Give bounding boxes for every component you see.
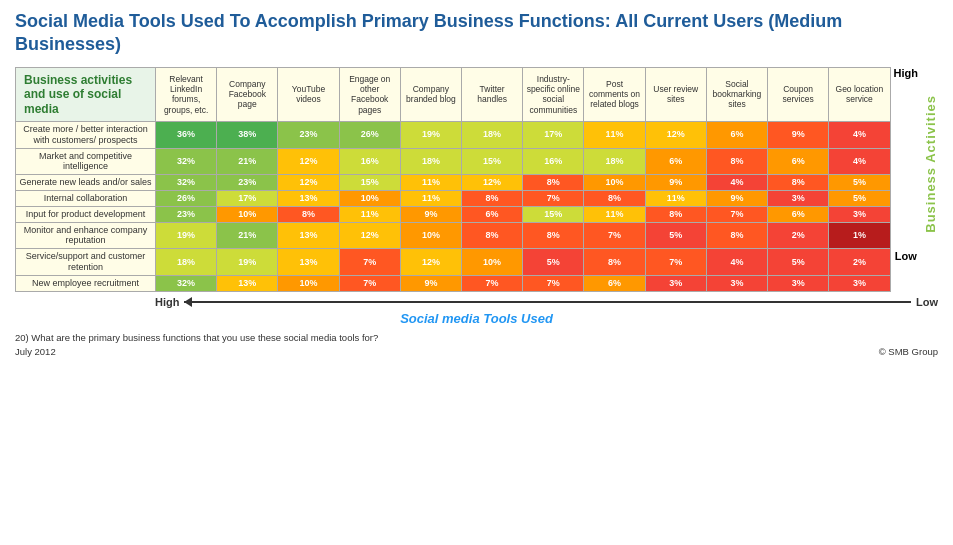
cell-r2-c7: 10% xyxy=(584,175,645,191)
cell-r2-c6: 8% xyxy=(523,175,584,191)
cell-r7-c9: 3% xyxy=(706,275,767,291)
cell-r5-c8: 5% xyxy=(645,222,706,249)
social-media-axis-label: Social media Tools Used xyxy=(15,311,938,326)
cell-r1-c3: 16% xyxy=(339,148,400,175)
col-header-6: Industry-specific online social communit… xyxy=(523,67,584,121)
cell-r1-c10: 6% xyxy=(768,148,829,175)
cell-r5-c6: 8% xyxy=(523,222,584,249)
cell-r4-c0: 23% xyxy=(156,206,217,222)
cell-r3-c4: 11% xyxy=(400,190,461,206)
cell-r7-c8: 3% xyxy=(645,275,706,291)
axis-high-label: High xyxy=(155,296,179,308)
cell-r3-c1: 17% xyxy=(217,190,278,206)
col-header-10: Coupon services xyxy=(768,67,829,121)
cell-r2-c5: 12% xyxy=(462,175,523,191)
cell-r0-c2: 23% xyxy=(278,121,339,148)
table-row: Monitor and enhance company reputation19… xyxy=(16,222,891,249)
cell-r7-c10: 3% xyxy=(768,275,829,291)
cell-r5-c1: 21% xyxy=(217,222,278,249)
cell-r0-c1: 38% xyxy=(217,121,278,148)
cell-r4-c4: 9% xyxy=(400,206,461,222)
row-label-4: Input for product development xyxy=(16,206,156,222)
cell-r5-c0: 19% xyxy=(156,222,217,249)
cell-r0-c4: 19% xyxy=(400,121,461,148)
cell-r4-c1: 10% xyxy=(217,206,278,222)
row-label-7: New employee recruitment xyxy=(16,275,156,291)
cell-r2-c1: 23% xyxy=(217,175,278,191)
col-header-1: Company Facebook page xyxy=(217,67,278,121)
table-row: Service/support and customer retention18… xyxy=(16,249,891,276)
cell-r3-c5: 8% xyxy=(462,190,523,206)
cell-r6-c10: 5% xyxy=(768,249,829,276)
cell-r6-c11: 2% xyxy=(829,249,890,276)
cell-r2-c10: 8% xyxy=(768,175,829,191)
cell-r4-c9: 7% xyxy=(706,206,767,222)
cell-r3-c6: 7% xyxy=(523,190,584,206)
row-label-6: Service/support and customer retention xyxy=(16,249,156,276)
cell-r7-c2: 10% xyxy=(278,275,339,291)
cell-r0-c7: 11% xyxy=(584,121,645,148)
cell-r3-c3: 10% xyxy=(339,190,400,206)
cell-r0-c0: 36% xyxy=(156,121,217,148)
cell-r3-c10: 3% xyxy=(768,190,829,206)
table-row: Create more / better interaction with cu… xyxy=(16,121,891,148)
row-label-1: Market and competitive intelligence xyxy=(16,148,156,175)
cell-r6-c2: 13% xyxy=(278,249,339,276)
footer-copyright: © SMB Group xyxy=(879,346,938,357)
cell-r1-c8: 6% xyxy=(645,148,706,175)
cell-r3-c9: 9% xyxy=(706,190,767,206)
row-label-5: Monitor and enhance company reputation xyxy=(16,222,156,249)
axis-low-label: Low xyxy=(916,296,938,308)
cell-r0-c6: 17% xyxy=(523,121,584,148)
cell-r7-c1: 13% xyxy=(217,275,278,291)
footer-date: July 2012 xyxy=(15,346,56,357)
col-header-2: YouTube videos xyxy=(278,67,339,121)
cell-r1-c2: 12% xyxy=(278,148,339,175)
table-row: New employee recruitment32%13%10%7%9%7%7… xyxy=(16,275,891,291)
cell-r1-c1: 21% xyxy=(217,148,278,175)
col-header-0: Relevant LinkedIn forums, groups, etc. xyxy=(156,67,217,121)
cell-r3-c7: 8% xyxy=(584,190,645,206)
cell-r1-c0: 32% xyxy=(156,148,217,175)
row-label-2: Generate new leads and/or sales xyxy=(16,175,156,191)
cell-r5-c3: 12% xyxy=(339,222,400,249)
cell-r5-c10: 2% xyxy=(768,222,829,249)
cell-r0-c3: 26% xyxy=(339,121,400,148)
cell-r4-c8: 8% xyxy=(645,206,706,222)
cell-r1-c9: 8% xyxy=(706,148,767,175)
cell-r7-c11: 3% xyxy=(829,275,890,291)
side-high-low: High Low xyxy=(891,67,918,292)
side-high-label: High xyxy=(894,67,918,79)
x-axis-row: High Low xyxy=(15,296,938,308)
cell-r0-c10: 9% xyxy=(768,121,829,148)
col-header-4: Company branded blog xyxy=(400,67,461,121)
cell-r5-c7: 7% xyxy=(584,222,645,249)
cell-r6-c8: 7% xyxy=(645,249,706,276)
cell-r5-c4: 10% xyxy=(400,222,461,249)
activity-header: Business activities and use of social me… xyxy=(16,67,156,121)
col-header-7: Post comments on related blogs xyxy=(584,67,645,121)
table-row: Market and competitive intelligence32%21… xyxy=(16,148,891,175)
col-header-5: Twitter handles xyxy=(462,67,523,121)
cell-r7-c3: 7% xyxy=(339,275,400,291)
data-table: Business activities and use of social me… xyxy=(15,67,891,292)
cell-r0-c8: 12% xyxy=(645,121,706,148)
cell-r4-c6: 15% xyxy=(523,206,584,222)
cell-r7-c5: 7% xyxy=(462,275,523,291)
col-header-8: User review sites xyxy=(645,67,706,121)
cell-r4-c3: 11% xyxy=(339,206,400,222)
side-label-container: Business Activities xyxy=(918,67,938,292)
cell-r2-c4: 11% xyxy=(400,175,461,191)
cell-r1-c7: 18% xyxy=(584,148,645,175)
cell-r1-c4: 18% xyxy=(400,148,461,175)
col-header-3: Engage on other Facebook pages xyxy=(339,67,400,121)
cell-r6-c7: 8% xyxy=(584,249,645,276)
cell-r2-c2: 12% xyxy=(278,175,339,191)
cell-r5-c5: 8% xyxy=(462,222,523,249)
cell-r6-c5: 10% xyxy=(462,249,523,276)
cell-r6-c4: 12% xyxy=(400,249,461,276)
cell-r4-c11: 3% xyxy=(829,206,890,222)
cell-r7-c0: 32% xyxy=(156,275,217,291)
cell-r2-c0: 32% xyxy=(156,175,217,191)
cell-r3-c2: 13% xyxy=(278,190,339,206)
